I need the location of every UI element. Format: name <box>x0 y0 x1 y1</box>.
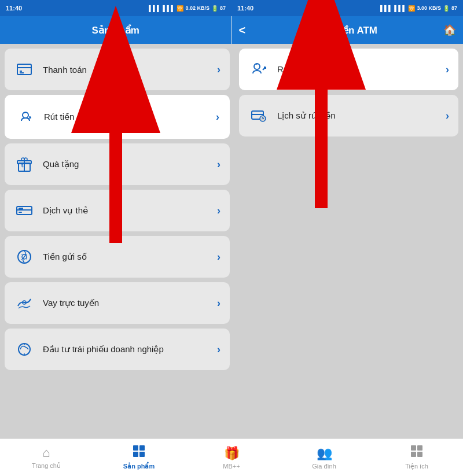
rut-tien-atm-icon <box>15 106 36 127</box>
menu-item-lich-su-rut-tien[interactable]: Lịch sử rút tiền › <box>239 95 458 136</box>
svg-rect-27 <box>133 452 138 457</box>
nav-item-mb-plus[interactable]: 🎁 MB++ <box>185 446 278 470</box>
battery-level-2: 87 <box>451 5 457 11</box>
left-header-title: Sản phẩm <box>92 24 139 36</box>
qua-tang-label: Quà tặng <box>43 159 79 169</box>
menu-item-dau-tu[interactable]: Đầu tư trái phiếu doanh nghiệp › <box>5 329 230 370</box>
right-time: 11:40 <box>237 5 253 12</box>
left-header: Sản phẩm <box>0 16 232 44</box>
battery-level: 87 <box>220 5 226 11</box>
nav-item-san-pham[interactable]: Sản phẩm <box>93 445 185 470</box>
wifi-icon-2: 🛜 <box>408 5 415 12</box>
svg-point-19 <box>254 64 260 69</box>
qua-tang-icon: $ <box>14 154 35 175</box>
svg-rect-0 <box>17 64 31 75</box>
tien-ich-icon <box>410 445 423 461</box>
wifi-icon: 🛜 <box>177 5 183 12</box>
trang-chu-icon: ⌂ <box>42 445 50 460</box>
lich-su-rut-tien-icon <box>248 105 269 126</box>
right-panel: Rút tiền › Lịch sử <box>234 44 463 438</box>
header-bars: Sản phẩm < Rút tiền ATM 🏠 <box>0 16 463 44</box>
main-content: Thanh toán › Rút tiền ATM <box>0 44 463 438</box>
battery-icon: 🔋 <box>211 5 218 12</box>
left-panel: Thanh toán › Rút tiền ATM <box>0 44 234 438</box>
dich-vu-the-icon <box>14 200 35 221</box>
vay-truc-tuyen-icon <box>14 293 35 313</box>
menu-item-rut-tien[interactable]: Rút tiền › <box>239 49 458 90</box>
nav-item-gia-dinh[interactable]: 👥 Gia đình <box>278 446 370 470</box>
svg-rect-32 <box>417 452 422 457</box>
signal-icon-4: ▌▌▌ <box>394 5 406 12</box>
battery-icon-2: 🔋 <box>443 5 450 12</box>
dich-vu-the-label: Dịch vụ thẻ <box>43 205 88 216</box>
rut-tien-label: Rút tiền <box>277 64 307 75</box>
lich-su-rut-tien-label: Lịch sử rút tiền <box>277 110 336 121</box>
nav-item-tien-ich[interactable]: Tiện ích <box>370 445 463 470</box>
menu-item-thanh-toan[interactable]: Thanh toán › <box>5 49 230 90</box>
signal-icon-1: ▌▌▌ <box>149 5 161 12</box>
mb-plus-label: MB++ <box>223 463 240 470</box>
dau-tu-label: Đầu tư trái phiếu doanh nghiệp <box>43 344 164 355</box>
menu-item-qua-tang[interactable]: $ Quà tặng › <box>5 143 230 185</box>
vay-truc-tuyen-label: Vay trực tuyến <box>43 298 99 308</box>
dich-vu-the-chevron: › <box>217 205 221 217</box>
rut-tien-atm-label: Rút tiền ATM <box>44 112 94 122</box>
menu-item-tien-gui-so[interactable]: Tiền gửi số › <box>5 236 230 278</box>
left-time: 11:40 <box>6 5 22 12</box>
svg-rect-29 <box>411 445 416 451</box>
tien-gui-so-label: Tiền gửi số <box>43 252 87 262</box>
svg-text:$: $ <box>21 163 24 168</box>
rut-tien-chevron: › <box>446 64 449 76</box>
tien-gui-so-chevron: › <box>217 251 221 263</box>
dau-tu-chevron: › <box>217 344 221 356</box>
gia-dinh-icon: 👥 <box>317 446 332 461</box>
menu-item-vay-truc-tuyen[interactable]: Vay trực tuyến › <box>5 282 230 324</box>
svg-rect-12 <box>19 208 23 209</box>
nav-item-trang-chu[interactable]: ⌂ Trang chủ <box>0 445 93 470</box>
right-status-icons: ▌▌▌ ▌▌▌ 🛜 3.00 KB/S 🔋 87 <box>380 5 457 12</box>
svg-rect-25 <box>133 445 138 451</box>
lich-su-rut-tien-chevron: › <box>446 110 449 122</box>
left-status-icons: ▌▌▌ ▌▌▌ 🛜 0.02 KB/S 🔋 87 <box>149 5 226 12</box>
right-header: < Rút tiền ATM 🏠 <box>232 16 464 44</box>
data-speed-2: 3.00 KB/S <box>417 5 441 11</box>
gia-dinh-label: Gia đình <box>312 463 336 470</box>
svg-rect-31 <box>411 452 416 457</box>
thanh-toan-icon <box>14 59 35 80</box>
thanh-toan-label: Thanh toán <box>43 65 87 75</box>
rut-tien-atm-chevron: › <box>216 111 219 123</box>
bottom-nav: ⌂ Trang chủ Sản phẩm 🎁 MB++ 👥 Gia đình <box>0 438 463 476</box>
status-bars: 11:40 ▌▌▌ ▌▌▌ 🛜 0.02 KB/S 🔋 87 11:40 ▌▌▌… <box>0 0 463 16</box>
san-pham-label: Sản phẩm <box>123 463 155 470</box>
trang-chu-label: Trang chủ <box>32 462 61 470</box>
menu-item-dich-vu-the[interactable]: Dịch vụ thẻ › <box>5 190 230 231</box>
left-status-bar: 11:40 ▌▌▌ ▌▌▌ 🛜 0.02 KB/S 🔋 87 <box>0 0 232 16</box>
svg-rect-11 <box>19 212 22 213</box>
right-header-title: Rút tiền ATM <box>318 24 377 36</box>
vay-truc-tuyen-chevron: › <box>217 297 221 309</box>
thanh-toan-chevron: › <box>217 64 221 76</box>
qua-tang-chevron: › <box>217 158 221 171</box>
svg-rect-26 <box>139 445 145 451</box>
san-pham-icon <box>133 445 145 461</box>
home-button[interactable]: 🏠 <box>443 24 456 36</box>
right-status-bar: 11:40 ▌▌▌ ▌▌▌ 🛜 3.00 KB/S 🔋 87 <box>232 0 463 16</box>
data-speed: 0.02 KB/S <box>185 5 210 11</box>
tien-ich-label: Tiện ích <box>405 463 428 470</box>
back-button[interactable]: < <box>239 24 246 37</box>
svg-rect-28 <box>139 452 145 457</box>
menu-item-rut-tien-atm[interactable]: Rút tiền ATM › <box>5 95 230 139</box>
mb-plus-icon: 🎁 <box>224 446 240 461</box>
dau-tu-icon <box>14 339 35 360</box>
signal-icon-2: ▌▌▌ <box>163 5 175 12</box>
svg-rect-30 <box>417 445 422 451</box>
tien-gui-so-icon <box>14 246 35 267</box>
rut-tien-icon <box>248 59 269 80</box>
signal-icon-3: ▌▌▌ <box>380 5 392 12</box>
